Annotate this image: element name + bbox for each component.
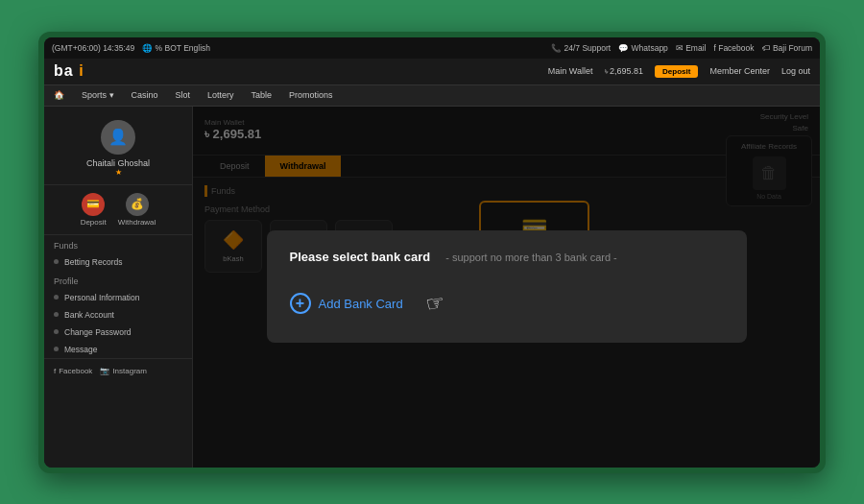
- sidebar-fund-actions: 💳 Deposit 💰 Withdrawal: [44, 185, 192, 235]
- nav-slot[interactable]: Slot: [176, 90, 191, 100]
- withdraw-label: Withdrawal: [118, 218, 156, 227]
- top-bar: (GMT+06:00) 14:35:49 🌐 % BOT English 📞 2…: [44, 37, 820, 59]
- nav-home[interactable]: 🏠: [54, 90, 64, 100]
- footer-facebook[interactable]: f Facebook: [54, 367, 92, 375]
- top-bar-left: (GMT+06:00) 14:35:49 🌐 % BOT English: [52, 43, 210, 53]
- sidebar-item-bank[interactable]: Bank Account: [44, 306, 192, 324]
- outer-border: (GMT+06:00) 14:35:49 🌐 % BOT English 📞 2…: [38, 32, 826, 473]
- modal-header: Please select bank card - support no mor…: [290, 250, 724, 264]
- sidebar-profile-title: Profile: [44, 271, 192, 289]
- nav-right: Main Wallet ৳ 2,695.81 Deposit Member Ce…: [548, 65, 810, 78]
- member-center-link[interactable]: Member Center: [709, 66, 770, 76]
- main-nav: 🏠 Sports ▾ Casino Slot Lottery Table Pro…: [44, 85, 820, 107]
- add-bank-button[interactable]: + Add Bank Card: [290, 293, 403, 314]
- deposit-label: Deposit: [81, 218, 107, 227]
- nav-sports[interactable]: Sports ▾: [82, 90, 114, 100]
- sidebar: 👤 Chaitali Ghoshal ★ 💳 Deposit 💰 Withdra…: [44, 107, 193, 468]
- sidebar-profile: 👤 Chaitali Ghoshal ★: [44, 114, 192, 185]
- browser-window: (GMT+06:00) 14:35:49 🌐 % BOT English 📞 2…: [44, 37, 820, 468]
- sidebar-item-betting[interactable]: Betting Records: [44, 253, 192, 271]
- whatsapp-link[interactable]: 💬 Whatsapp: [618, 43, 668, 53]
- dot-icon-1: [54, 295, 59, 300]
- sidebar-funds-title: Funds: [44, 235, 192, 253]
- bank-account-label: Bank Account: [64, 310, 114, 320]
- nav-deposit-button[interactable]: Deposit: [655, 65, 698, 78]
- dot-icon-3: [54, 329, 59, 334]
- facebook-link[interactable]: f Facebook: [713, 43, 754, 53]
- facebook-label: Facebook: [59, 367, 92, 375]
- top-bar-right: 📞 24/7 Support 💬 Whatsapp ✉ Email f Face…: [551, 43, 812, 53]
- facebook-icon: f: [54, 367, 56, 375]
- nav-bar: ba i Main Wallet ৳ 2,695.81 Deposit Memb…: [44, 59, 820, 85]
- nav-table[interactable]: Table: [252, 90, 273, 100]
- modal-subtitle: - support no more than 3 bank card -: [445, 252, 617, 263]
- message-label: Message: [64, 345, 98, 354]
- footer-instagram[interactable]: 📷 Instagram: [100, 367, 147, 375]
- cursor-icon: ☞: [424, 289, 447, 317]
- sidebar-withdraw-button[interactable]: 💰 Withdrawal: [118, 193, 156, 227]
- add-bank-label: Add Bank Card: [319, 297, 403, 311]
- instagram-icon: 📷: [100, 367, 109, 375]
- deposit-icon: 💳: [82, 193, 105, 216]
- dot-icon: [54, 259, 59, 264]
- nav-lottery[interactable]: Lottery: [207, 90, 234, 100]
- instagram-label: Instagram: [112, 367, 147, 375]
- modal-title: Please select bank card: [290, 250, 431, 264]
- time-display: (GMT+06:00) 14:35:49: [52, 43, 134, 53]
- modal-overlay: Please select bank card - support no mor…: [193, 107, 820, 468]
- balance-display: ৳ 2,695.81: [605, 66, 644, 77]
- profile-name: Chaitali Ghoshal: [86, 158, 150, 168]
- sidebar-item-personal[interactable]: Personal Information: [44, 289, 192, 306]
- content-area: 👤 Chaitali Ghoshal ★ 💳 Deposit 💰 Withdra…: [44, 107, 820, 468]
- logout-link[interactable]: Log out: [781, 66, 810, 76]
- nav-promotions[interactable]: Promotions: [289, 90, 333, 100]
- logo-highlight: i: [79, 62, 84, 79]
- personal-info-label: Personal Information: [64, 293, 139, 302]
- modal-body: + Add Bank Card ☞: [290, 283, 724, 324]
- change-password-label: Change Password: [64, 327, 131, 337]
- sidebar-deposit-button[interactable]: 💳 Deposit: [81, 193, 107, 227]
- email-link[interactable]: ✉ Email: [676, 43, 707, 53]
- support-link[interactable]: 📞 24/7 Support: [551, 43, 611, 53]
- main-content: Main Wallet ৳ 2,695.81 Security Level Sa…: [193, 107, 820, 468]
- sidebar-footer: f Facebook 📷 Instagram: [44, 358, 192, 383]
- profile-star: ★: [115, 168, 122, 177]
- site-logo: ba i: [54, 62, 84, 80]
- sidebar-item-message[interactable]: Message: [44, 341, 192, 358]
- nav-casino[interactable]: Casino: [132, 90, 158, 100]
- dot-icon-2: [54, 312, 59, 317]
- sidebar-item-password[interactable]: Change Password: [44, 324, 192, 341]
- plus-icon: +: [290, 293, 311, 314]
- withdraw-icon: 💰: [126, 193, 149, 216]
- lang-selector[interactable]: 🌐 % BOT English: [142, 43, 210, 53]
- modal-box: Please select bank card - support no mor…: [267, 230, 747, 343]
- betting-records-label: Betting Records: [64, 257, 122, 267]
- dot-icon-4: [54, 347, 59, 351]
- main-wallet-label: Main Wallet: [548, 66, 593, 76]
- avatar: 👤: [101, 120, 135, 155]
- forum-link[interactable]: 🏷 Baji Forum: [762, 43, 812, 53]
